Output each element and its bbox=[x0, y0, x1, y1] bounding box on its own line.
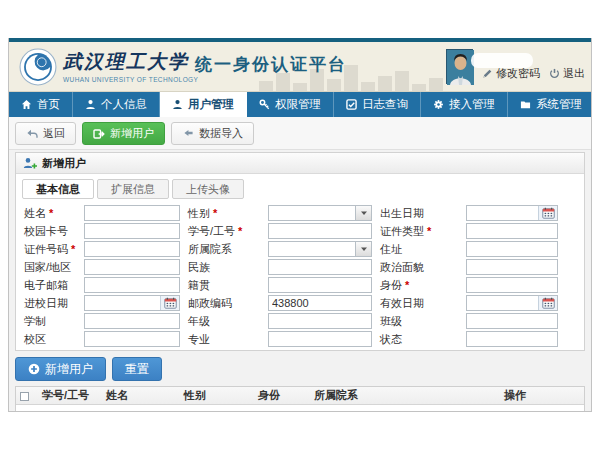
calendar-icon bbox=[542, 207, 555, 219]
required-marker: * bbox=[213, 207, 217, 219]
cert-no-input[interactable] bbox=[84, 241, 180, 257]
university-name-cn: 武汉理工大学 bbox=[63, 49, 198, 75]
nav-tab-system-mgmt[interactable]: 系统管理 bbox=[508, 92, 592, 117]
table-empty-row bbox=[16, 404, 584, 412]
native-place-label: 籍贯 bbox=[188, 277, 260, 293]
status-input[interactable] bbox=[466, 331, 558, 347]
plus-circle-icon bbox=[28, 363, 40, 375]
calendar-button[interactable] bbox=[538, 206, 557, 220]
birth-date-label: 出生日期 bbox=[380, 205, 458, 221]
birth-date-input[interactable] bbox=[467, 206, 538, 220]
political-label: 政治面貌 bbox=[380, 259, 458, 275]
panel-tab-upload-avatar[interactable]: 上传头像 bbox=[172, 179, 244, 199]
nav-tab-log-query[interactable]: 日志查询 bbox=[334, 92, 421, 117]
required-marker: * bbox=[49, 207, 53, 219]
logout-link[interactable]: 退出 bbox=[549, 66, 585, 81]
enroll-date-input[interactable] bbox=[85, 296, 160, 310]
campus-card-input[interactable] bbox=[84, 223, 180, 239]
student-no-label: 学号/工号* bbox=[188, 223, 260, 239]
school-system-input[interactable] bbox=[84, 313, 180, 329]
change-password-label: 修改密码 bbox=[496, 66, 540, 81]
add-user-toolbar-button[interactable]: 新增用户 bbox=[82, 122, 165, 145]
required-marker: * bbox=[238, 225, 242, 237]
calendar-button[interactable] bbox=[160, 296, 179, 310]
user-add-icon bbox=[23, 157, 37, 169]
add-user-toolbar-label: 新增用户 bbox=[110, 126, 154, 141]
panel-header: 新增用户 bbox=[16, 153, 584, 174]
form-actions: 新增用户 重置 bbox=[15, 357, 585, 381]
nav-tab-user-mgmt[interactable]: 用户管理 bbox=[160, 92, 247, 117]
import-arrow-icon bbox=[182, 128, 194, 140]
person-icon bbox=[172, 99, 183, 110]
university-logo bbox=[19, 48, 57, 86]
ethnicity-input[interactable] bbox=[268, 259, 372, 275]
name-label: 姓名* bbox=[24, 205, 76, 221]
campus-card-label: 校园卡号 bbox=[24, 223, 76, 239]
email-label: 电子邮箱 bbox=[24, 277, 76, 293]
select-all-checkbox[interactable] bbox=[20, 392, 29, 401]
nav-tab-label: 权限管理 bbox=[275, 97, 321, 112]
dropdown-button[interactable] bbox=[355, 242, 371, 256]
panel-tab-label: 上传头像 bbox=[186, 183, 230, 195]
required-marker: * bbox=[71, 243, 75, 255]
postal-code-label: 邮政编码 bbox=[188, 295, 260, 311]
logout-label: 退出 bbox=[563, 66, 585, 81]
user-avatar[interactable] bbox=[446, 49, 473, 84]
calendar-button[interactable] bbox=[538, 296, 557, 310]
nav-tab-home[interactable]: 首页 bbox=[9, 92, 73, 117]
calendar-icon bbox=[542, 297, 555, 309]
valid-date-input[interactable] bbox=[467, 296, 538, 310]
back-button[interactable]: 返回 bbox=[15, 122, 76, 145]
panel-tab-label: 基本信息 bbox=[36, 183, 80, 195]
change-password-link[interactable]: 修改密码 bbox=[482, 66, 540, 81]
required-marker: * bbox=[405, 279, 409, 291]
reset-label: 重置 bbox=[125, 361, 149, 378]
cert-type-input[interactable] bbox=[466, 223, 558, 239]
gear-icon bbox=[433, 99, 444, 110]
column-header-gender: 性别 bbox=[180, 387, 254, 404]
name-input[interactable] bbox=[84, 205, 180, 221]
nav-tab-label: 接入管理 bbox=[449, 97, 495, 112]
back-button-label: 返回 bbox=[43, 126, 65, 141]
power-icon bbox=[549, 68, 560, 79]
address-input[interactable] bbox=[466, 241, 558, 257]
major-label: 专业 bbox=[188, 331, 260, 347]
department-select[interactable] bbox=[268, 241, 372, 257]
campus-input[interactable] bbox=[84, 331, 180, 347]
nav-tab-profile[interactable]: 个人信息 bbox=[73, 92, 160, 117]
new-user-panel: 新增用户 基本信息扩展信息上传头像 姓名*性别*出生日期校园卡号学号/工号*证件… bbox=[15, 152, 585, 351]
nav-tab-label: 系统管理 bbox=[536, 97, 582, 112]
pencil-icon bbox=[482, 68, 493, 79]
screenshot-canvas: 武汉理工大学 WUHAN UNIVERSITY OF TECHNOLOGY 统一… bbox=[0, 0, 600, 450]
student-no-input[interactable] bbox=[268, 223, 372, 239]
identity-input[interactable] bbox=[466, 277, 558, 293]
submit-add-user-button[interactable]: 新增用户 bbox=[15, 357, 106, 381]
gender-select[interactable] bbox=[268, 205, 372, 221]
reset-button[interactable]: 重置 bbox=[112, 357, 162, 381]
country-input[interactable] bbox=[84, 259, 180, 275]
class-input[interactable] bbox=[466, 313, 558, 329]
cert-type-label: 证件类型* bbox=[380, 223, 458, 239]
panel-tab-basic-info[interactable]: 基本信息 bbox=[22, 179, 94, 199]
enroll-date-datebox bbox=[84, 295, 180, 311]
data-import-button[interactable]: 数据导入 bbox=[171, 122, 254, 145]
postal-code-input[interactable] bbox=[268, 295, 372, 311]
dropdown-arrow-icon bbox=[360, 245, 368, 253]
column-header-identity: 身份 bbox=[254, 387, 310, 404]
department-label: 所属院系 bbox=[188, 241, 260, 257]
major-input[interactable] bbox=[268, 331, 372, 347]
app-window: 武汉理工大学 WUHAN UNIVERSITY OF TECHNOLOGY 统一… bbox=[8, 38, 592, 412]
native-place-input[interactable] bbox=[268, 277, 372, 293]
nav-tab-permission[interactable]: 权限管理 bbox=[247, 92, 334, 117]
home-icon bbox=[21, 99, 32, 110]
table-header-row: 学号/工号姓名性别身份所属院系操作 bbox=[16, 387, 584, 404]
panel-tab-extended-info[interactable]: 扩展信息 bbox=[97, 179, 169, 199]
grade-input[interactable] bbox=[268, 313, 372, 329]
dropdown-button[interactable] bbox=[355, 206, 371, 220]
nav-tab-label: 个人信息 bbox=[101, 97, 147, 112]
toolbar: 返回 新增用户 数据导入 bbox=[9, 117, 591, 150]
nav-tab-access-mgmt[interactable]: 接入管理 bbox=[421, 92, 508, 117]
ethnicity-label: 民族 bbox=[188, 259, 260, 275]
email-input[interactable] bbox=[84, 277, 180, 293]
political-input[interactable] bbox=[466, 259, 558, 275]
